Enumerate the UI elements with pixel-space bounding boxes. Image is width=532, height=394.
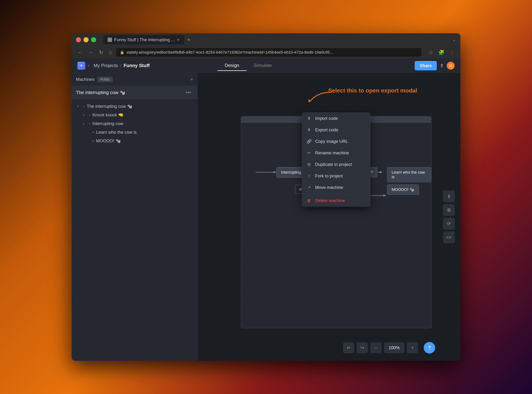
menu-item-delete-machine[interactable]: 🗑 Delete machine <box>302 195 370 206</box>
state-icon: ▪ <box>93 139 94 143</box>
folder-icon: ▫ <box>83 104 85 109</box>
breadcrumb-projects[interactable]: My Projects <box>94 63 118 68</box>
delete-icon: 🗑 <box>307 198 312 203</box>
refresh-button[interactable]: ↻ <box>98 48 104 57</box>
menu-item-import-code[interactable]: ⬇ Import code <box>302 113 370 124</box>
forward-button[interactable]: → <box>87 48 95 57</box>
edit-icon: ✏ <box>307 150 312 155</box>
menu-item-duplicate[interactable]: ⧉ Duplicate in project <box>302 159 370 170</box>
zoom-out-icon: − <box>375 345 377 350</box>
tab-bar: Funny Stuff | The interrupting ... ✕ + ⌄ <box>103 35 456 44</box>
svg-marker-9 <box>383 194 386 197</box>
tree-item-2[interactable]: ▸ ▫ Interrupting cow <box>72 119 198 128</box>
canvas-area[interactable]: ⬇ Import code ⬆ Export code 🔗 Copy image… <box>198 73 460 361</box>
menu-item-rename-label: Rename machine <box>315 150 349 156</box>
sidebar-header-left: Machines Public <box>76 77 113 82</box>
zoom-in-button[interactable]: + <box>407 342 418 353</box>
tree-item-1[interactable]: ▸ ▫ Knock knock 🤜 <box>72 111 198 119</box>
folder-icon: ▫ <box>89 121 90 126</box>
menu-item-duplicate-label: Duplicate in project <box>315 162 352 167</box>
chevron-right-icon: ▸ <box>83 122 87 126</box>
breadcrumb: My Projects / Funny Stuff <box>94 63 150 68</box>
app-logo[interactable]: ✦ <box>77 62 85 70</box>
tab-dropdown-button[interactable]: ⌄ <box>453 37 456 42</box>
tab-simulate[interactable]: Simulate <box>246 60 279 71</box>
close-window-button[interactable] <box>76 37 81 42</box>
machine-item-main[interactable]: The interrupting cow 🐄 ••• <box>72 86 198 99</box>
machine-more-button[interactable]: ••• <box>183 89 193 96</box>
breadcrumb-current[interactable]: Funny Stuff <box>124 63 150 68</box>
sidebar: Machines Public + The interrupting cow 🐄… <box>72 73 198 361</box>
history-icon: ⟳ <box>447 221 451 226</box>
menu-item-export-label: Export code <box>315 127 338 132</box>
code-icon: <> <box>446 235 451 240</box>
bookmark-button[interactable]: ☆ <box>427 48 435 57</box>
menu-item-move-label: Move machine <box>315 185 343 190</box>
menu-item-fork[interactable]: ⑂ Fork to project <box>302 170 370 182</box>
menu-item-export-code[interactable]: ⬆ Export code <box>302 124 370 136</box>
bottom-bar: ↩ ↪ − 100% + ? <box>343 342 435 353</box>
menu-item-rename-machine[interactable]: ✏ Rename machine <box>302 147 370 159</box>
node-moooo[interactable]: MOOOO! 🐄 <box>387 184 419 195</box>
help-icon: ? <box>428 345 431 351</box>
menu-item-fork-label: Fork to project <box>315 173 343 178</box>
undo-button[interactable]: ↩ <box>343 342 354 353</box>
tree-item-4[interactable]: ▪ MOOOO! 🐄 <box>72 137 198 145</box>
tab-design[interactable]: Design <box>217 60 246 71</box>
user-avatar[interactable]: U <box>447 62 455 70</box>
browser-actions: ☆ 🧩 ⋮ <box>427 48 456 57</box>
state-icon: ▪ <box>93 130 94 135</box>
header-actions: Share ⬆ U <box>415 61 455 70</box>
tab-close-button[interactable]: ✕ <box>177 38 180 42</box>
add-machine-button[interactable]: + <box>190 77 193 82</box>
help-button[interactable]: ? <box>424 342 435 353</box>
code-button[interactable]: <> <box>443 232 455 243</box>
main-content: Machines Public + The interrupting cow 🐄… <box>72 73 460 361</box>
share-button[interactable]: Share <box>415 61 437 70</box>
public-badge: Public <box>97 77 113 82</box>
zoom-in-icon: + <box>411 345 414 350</box>
menu-item-copy-label: Copy image URL <box>315 139 348 144</box>
home-button[interactable]: ⌂ <box>107 48 113 57</box>
title-bar: Funny Stuff | The interrupting ... ✕ + ⌄ <box>72 33 460 46</box>
new-tab-button[interactable]: + <box>184 36 193 43</box>
lock-icon: 🔒 <box>120 50 124 55</box>
extensions-button[interactable]: 🧩 <box>437 48 446 57</box>
context-menu: ⬇ Import code ⬆ Export code 🔗 Copy image… <box>302 112 370 207</box>
menu-item-move-machine[interactable]: ↗ Move machine <box>302 182 370 193</box>
tree-item-0[interactable]: ▾ ▫ The interrupting cow 🐄 <box>72 102 198 111</box>
menu-button[interactable]: ⋮ <box>448 48 456 57</box>
header-tabs: Design Simulate <box>217 60 279 71</box>
zoom-level-display: 100% <box>384 342 404 353</box>
redo-button[interactable]: ↪ <box>357 342 368 353</box>
redo-icon: ↪ <box>360 345 364 350</box>
back-button[interactable]: ← <box>76 48 84 57</box>
browser-tab[interactable]: Funny Stuff | The interrupting ... ✕ <box>103 35 184 44</box>
menu-item-copy-image-url[interactable]: 🔗 Copy image URL <box>302 136 370 147</box>
svg-marker-2 <box>274 171 276 173</box>
export-icon: ⬆ <box>307 128 312 132</box>
undo-icon: ↩ <box>347 345 350 350</box>
node-learn-who[interactable]: Learn who the cow is <box>387 167 431 182</box>
export-button[interactable]: ⬆ <box>440 63 444 68</box>
sidebar-header: Machines Public + <box>72 73 198 86</box>
import-icon: ⬇ <box>307 116 312 121</box>
svg-marker-6 <box>380 171 383 173</box>
browser-chrome: Funny Stuff | The interrupting ... ✕ + ⌄… <box>72 33 460 58</box>
url-bar[interactable]: 🔒 stately.ai/registry/editor/9a4f9db8-d4… <box>116 48 422 57</box>
browser-window: Funny Stuff | The interrupting ... ✕ + ⌄… <box>72 33 460 361</box>
tree-item-3[interactable]: ▪ Learn who the cow is <box>72 128 198 137</box>
layers-button[interactable]: ⊞ <box>443 204 455 216</box>
maximize-window-button[interactable] <box>91 37 96 42</box>
url-text: stately.ai/registry/editor/9a4f9db8-d4b7… <box>126 50 333 55</box>
app-layout: ✦ ▾ My Projects / Funny Stuff Design Sim… <box>72 58 460 361</box>
info-button[interactable]: ℹ <box>443 191 455 202</box>
address-bar: ← → ↻ ⌂ 🔒 stately.ai/registry/editor/9a4… <box>72 46 460 58</box>
chevron-down-icon: ▾ <box>77 104 81 108</box>
move-icon: ↗ <box>307 185 312 190</box>
logo-chevron-icon[interactable]: ▾ <box>88 63 89 68</box>
chevron-right-icon: ▸ <box>83 113 87 117</box>
history-button[interactable]: ⟳ <box>443 218 455 229</box>
zoom-out-button[interactable]: − <box>370 342 381 353</box>
minimize-window-button[interactable] <box>83 37 89 42</box>
